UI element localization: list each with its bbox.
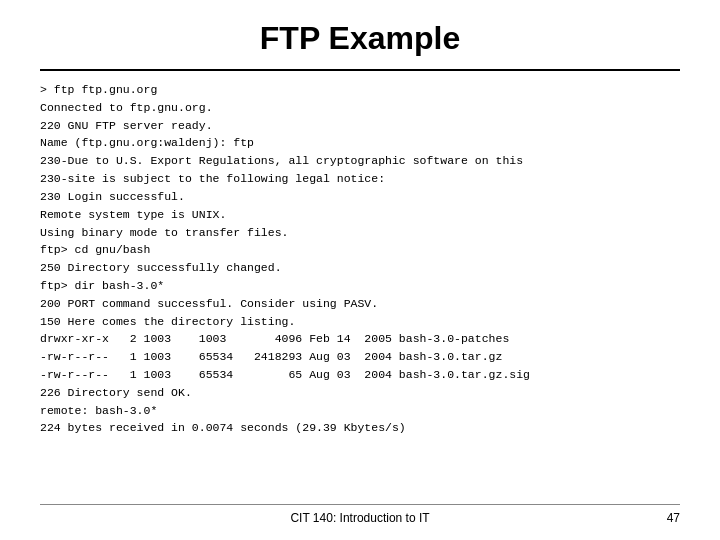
footer-page-number: 47 [667, 511, 680, 525]
content-line: Name (ftp.gnu.org:waldenj): ftp [40, 134, 680, 152]
footer: CIT 140: Introduction to IT 47 [40, 504, 680, 525]
ftp-session-content: > ftp ftp.gnu.orgConnected to ftp.gnu.or… [40, 81, 680, 498]
content-line: Remote system type is UNIX. [40, 206, 680, 224]
content-line: ftp> cd gnu/bash [40, 241, 680, 259]
content-line: drwxr-xr-x 2 1003 1003 4096 Feb 14 2005 … [40, 330, 680, 348]
content-line: ftp> dir bash-3.0* [40, 277, 680, 295]
content-line: 226 Directory send OK. [40, 384, 680, 402]
content-line: 224 bytes received in 0.0074 seconds (29… [40, 419, 680, 437]
content-line: 220 GNU FTP server ready. [40, 117, 680, 135]
content-line: 230 Login successful. [40, 188, 680, 206]
content-line: -rw-r--r-- 1 1003 65534 65 Aug 03 2004 b… [40, 366, 680, 384]
content-line: 250 Directory successfully changed. [40, 259, 680, 277]
title-divider [40, 69, 680, 71]
content-line: 200 PORT command successful. Consider us… [40, 295, 680, 313]
content-line: 230-site is subject to the following leg… [40, 170, 680, 188]
content-line: -rw-r--r-- 1 1003 65534 2418293 Aug 03 2… [40, 348, 680, 366]
content-line: 150 Here comes the directory listing. [40, 313, 680, 331]
content-line: remote: bash-3.0* [40, 402, 680, 420]
content-line: Using binary mode to transfer files. [40, 224, 680, 242]
content-line: 230-Due to U.S. Export Regulations, all … [40, 152, 680, 170]
content-line: > ftp ftp.gnu.org [40, 81, 680, 99]
footer-course-label: CIT 140: Introduction to IT [290, 511, 429, 525]
page: FTP Example > ftp ftp.gnu.orgConnected t… [0, 0, 720, 540]
page-title: FTP Example [40, 20, 680, 57]
content-line: Connected to ftp.gnu.org. [40, 99, 680, 117]
